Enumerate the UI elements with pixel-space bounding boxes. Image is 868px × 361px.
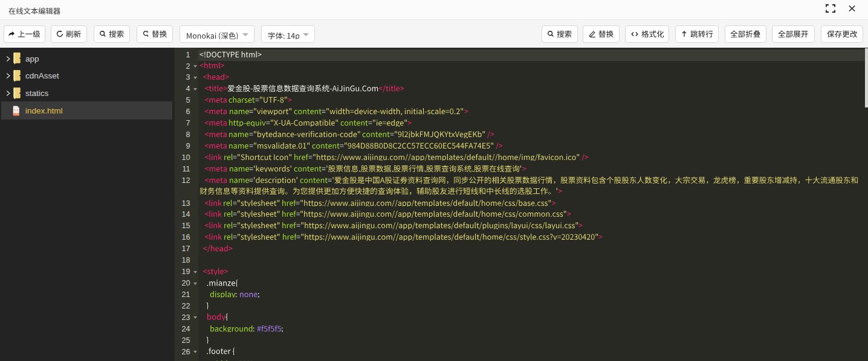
svg-text:HTML: HTML (14, 113, 19, 115)
